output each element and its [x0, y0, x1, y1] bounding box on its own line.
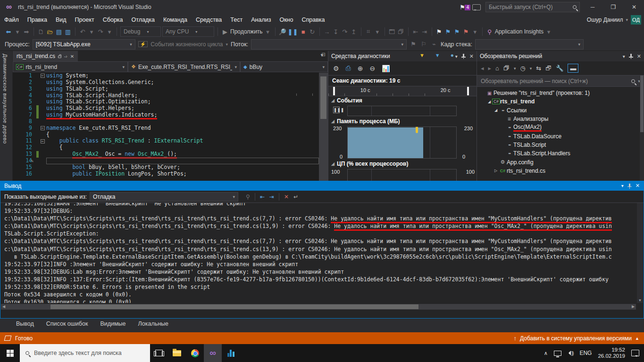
quick-launch-search[interactable]: Быстрый запуск (Ctrl+Q) — [485, 2, 580, 12]
tree-item[interactable]: ◢C# rts_rsi_trend — [477, 97, 644, 106]
code-line-5[interactable]: 5using TSLab.Script.Optimization; — [13, 99, 319, 105]
minimize-button[interactable]: ─ — [585, 4, 601, 10]
output-title-bar[interactable]: Вывод ▾ ✕ — [0, 181, 644, 191]
start-button[interactable] — [0, 344, 20, 362]
pause-icon[interactable]: ❚❚ — [288, 28, 298, 35]
message-pin-icon[interactable]: ⚲ — [246, 194, 250, 200]
navigate-back-icon[interactable]: ⬅ — [5, 28, 12, 35]
save-icon[interactable]: ▤ — [55, 28, 63, 35]
code-line-3[interactable]: 3using TSLab.Script; — [13, 86, 319, 93]
new-file-icon[interactable]: 🗋 — [37, 28, 45, 35]
zoom-out-icon[interactable]: ⊖ — [370, 65, 376, 72]
feedback-icon[interactable] — [472, 4, 481, 10]
tree-item[interactable]: ▪▪ TSLab.DataSource — [477, 132, 644, 140]
views-caret-icon[interactable]: ▾ — [514, 66, 516, 71]
solution-scrollbar[interactable] — [640, 76, 644, 181]
menu-команда[interactable]: Команда — [159, 17, 192, 23]
output-horizontal-scrollbar[interactable]: ◀ ▶ — [1, 304, 636, 310]
bottom-tab-error-list[interactable]: Список ошибок — [46, 320, 88, 327]
application-insights-caret-icon[interactable]: ▾ — [545, 28, 552, 35]
redo-caret-icon[interactable]: ▾ — [106, 28, 113, 35]
code-line-4[interactable]: 4using TSLab.Script.Handlers; — [13, 93, 319, 99]
navigate-back-caret-icon[interactable]: ▾ — [14, 28, 21, 35]
output-log[interactable]: 19:52:33.166[32]WARN :Элемент 'ВнешнийСк… — [4, 203, 636, 303]
code-line-6[interactable]: 6using TSLab.Script.Helpers; — [13, 105, 319, 112]
pin-tab-icon[interactable]: -› — [64, 54, 67, 59]
code-line-1[interactable]: 1−using System; — [13, 73, 319, 79]
solution-explorer-title-bar[interactable]: Обозреватель решений ▾ ✕ — [477, 51, 644, 61]
continue-label[interactable]: Продолжить — [230, 28, 263, 35]
diagnostics-title-bar[interactable]: Средства диагностики ▾ ✕ — [328, 51, 477, 61]
menu-проект[interactable]: Проект — [71, 17, 99, 23]
menu-сборка[interactable]: Сборка — [99, 17, 127, 23]
project-dropdown[interactable]: C# rts_rsi_trend▾ — [13, 61, 128, 72]
bookmark-caret-icon[interactable]: ▾ — [471, 28, 479, 35]
switch-views-icon[interactable]: 🗇 — [503, 65, 510, 72]
restore-button[interactable]: ❐ — [605, 4, 621, 10]
bottom-tab-watch[interactable]: Видимые — [100, 320, 125, 327]
navigate-to-icon[interactable]: 🗔 — [388, 28, 396, 35]
tree-expander-icon[interactable]: ▷ — [493, 168, 499, 173]
input-language[interactable]: ENG — [579, 350, 592, 356]
add-to-source-control[interactable]: ↑ Добавить в систему управления версиями… — [514, 335, 639, 342]
menu-справка[interactable]: Справка — [297, 17, 329, 23]
continue-caret-icon[interactable]: ▾ — [264, 28, 272, 35]
tree-item[interactable]: ▷C# rts_rsi_trend.cs — [477, 167, 644, 175]
platform-dropdown[interactable]: Any CPU▾ — [162, 26, 214, 37]
menu-окно[interactable]: Окно — [275, 17, 297, 23]
solution-config-dropdown[interactable]: Debug▾ — [120, 26, 161, 37]
tree-item[interactable]: ⚙ App.config — [477, 158, 644, 166]
close-panel-icon[interactable]: ✕ — [469, 53, 474, 59]
collapse-region-icon[interactable]: − — [41, 139, 45, 143]
scroll-down-arrow-icon[interactable]: ▼ — [637, 298, 643, 303]
bookmark-icon[interactable]: ⚑ — [435, 28, 443, 35]
code-area[interactable]: 1−using System;2using System.Collections… — [13, 73, 319, 181]
code-line-15[interactable]: 15 bool bBuy, bSell, bShort, bCover; — [13, 164, 319, 171]
restart-icon[interactable]: ↻ — [309, 28, 316, 35]
menu-анализ[interactable]: Анализ — [247, 17, 275, 23]
tree-item[interactable]: ▪▪ Osc(MAx2) — [477, 123, 644, 132]
bottom-tab-locals[interactable]: Локальные — [138, 320, 169, 327]
bottom-tab-output[interactable]: Вывод — [16, 320, 34, 327]
properties-wrench-icon[interactable]: 🔧 — [556, 65, 563, 72]
code-line-12[interactable]: 12 { — [13, 144, 319, 151]
task-view-button[interactable] — [150, 344, 168, 362]
clear-all-icon[interactable]: ✕ — [284, 194, 289, 200]
close-button[interactable]: ✕ — [626, 4, 642, 10]
type-dropdown[interactable]: ❖ Exe_cute.RTS_RSI_Trend.RTS_RSI_Tr▾ — [128, 61, 240, 72]
redo-icon[interactable]: ↷ — [97, 28, 104, 35]
chart-options-icon[interactable]: 📊 — [382, 65, 390, 72]
process-dropdown[interactable]: [5092] TSLabApp.exe▾ — [33, 39, 135, 50]
menu-правка[interactable]: Правка — [23, 17, 51, 23]
forward-icon[interactable]: ▸ — [488, 65, 492, 72]
find-previous-message-icon[interactable]: ⇤ — [260, 194, 265, 200]
code-line-16[interactable]: 16 public IPosition LongPos, ShortPos; — [13, 171, 319, 177]
tray-expand-chevron-icon[interactable]: ∧ — [544, 350, 548, 356]
code-line-9[interactable]: 9−namespace Exe_cute.RTS_RSI_Trend — [13, 125, 319, 132]
tree-item[interactable]: ▪▪ TSLab.Script.Handlers — [477, 149, 644, 158]
notifications-flag-icon[interactable]: ⚑4 — [457, 4, 468, 11]
action-center-icon[interactable] — [631, 350, 639, 356]
autohide-tab-dynamic-visual-tree[interactable]: Динамическое визуальное дерево — [0, 51, 13, 181]
show-next-statement-icon[interactable]: → — [323, 28, 331, 35]
tree-expander-icon[interactable]: ◢ — [493, 108, 499, 112]
indent-decrease-icon[interactable]: ⇤ — [412, 28, 419, 35]
user-menu-caret-icon[interactable]: ▾ — [626, 17, 628, 22]
menu-тест[interactable]: Тест — [226, 17, 247, 23]
close-panel-icon[interactable]: ✕ — [636, 183, 640, 189]
save-all-icon[interactable]: ▥ — [64, 28, 72, 35]
document-tab[interactable]: rts_rsi_trend.cs -› ✕ — [13, 51, 78, 61]
step-over-icon[interactable]: ↷ — [341, 28, 349, 35]
gc-event-marker-icon[interactable] — [416, 127, 418, 133]
settings-gear-icon[interactable]: ⚙ — [333, 65, 339, 72]
file-explorer-button[interactable] — [168, 344, 186, 362]
stop-icon[interactable]: ■ — [300, 28, 307, 35]
window-menu-caret-icon[interactable]: ▾ — [455, 54, 458, 59]
user-name[interactable]: Ошур Даниил — [587, 17, 623, 23]
filter-caret-icon[interactable]: ▾ — [530, 66, 532, 71]
scroll-left-arrow-icon[interactable]: ◀ — [1, 304, 7, 310]
menu-вид[interactable]: Вид — [51, 17, 71, 23]
network-icon[interactable] — [554, 351, 561, 356]
search-document-icon[interactable]: 🔎 — [279, 28, 286, 35]
code-line-14[interactable]: 14✎ — [13, 158, 319, 164]
